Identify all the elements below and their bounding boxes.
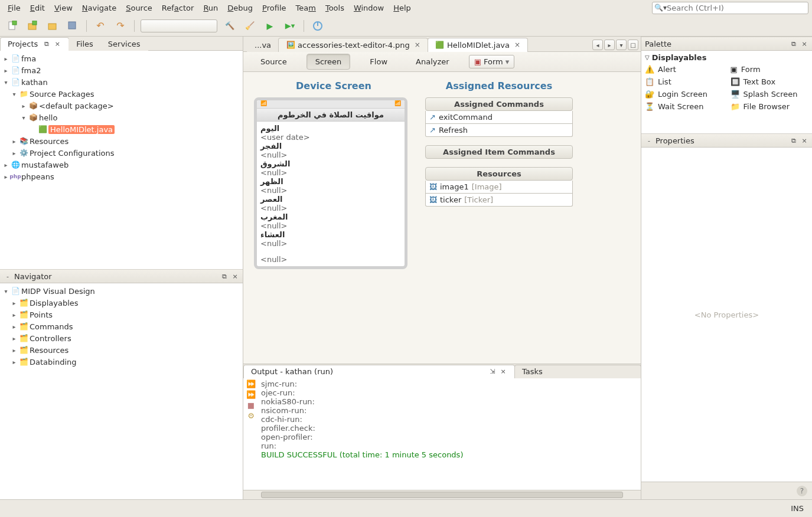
resource-item[interactable]: 🖼image1 [Image] [425,181,573,194]
output-text[interactable]: sjmc-run: ojec-run: nokiaS80-run: nsicom… [259,378,641,490]
resources-node[interactable]: Resources [30,137,69,146]
nav-item[interactable]: Points [30,310,53,319]
palette-item-splash[interactable]: 🖥️Splash Screen [727,88,813,100]
tasks-tab[interactable]: Tasks [514,365,641,378]
palette-item-alert[interactable]: ⚠️Alert [641,63,727,76]
redo-button[interactable]: ↷ [113,18,128,34]
profile-button[interactable] [310,18,325,34]
close-icon[interactable]: × [231,272,239,280]
tab-services[interactable]: Services [100,37,148,51]
new-project-button[interactable] [25,18,40,34]
view-source[interactable]: Source [252,54,296,70]
tab-scroll-right[interactable]: ▸ [604,40,615,50]
command-item[interactable]: ↗Refresh [425,124,573,137]
pin-icon[interactable]: ⧉ [220,272,229,280]
menu-refactor[interactable]: Refactor [158,2,198,14]
palette-item-textbox[interactable]: 🔲Text Box [727,76,813,88]
menu-file[interactable]: File [4,2,25,14]
form-value[interactable]: <null> [260,168,401,177]
close-tab-icon[interactable]: × [415,41,420,49]
nav-root[interactable]: MIDP Visual Design [21,287,95,296]
nav-item[interactable]: Displayables [30,299,79,307]
tab-scroll-left[interactable]: ◂ [592,40,603,50]
palette-category[interactable]: ▽Displayables [641,52,812,63]
view-screen[interactable]: Screen [306,54,351,70]
help-icon[interactable]: ? [797,486,807,496]
palette-item-list[interactable]: 📋List [641,76,727,88]
device-preview[interactable]: 📶📶 مواقيت الصلاة في الخرطوم اليوم <user … [254,97,407,269]
nav-item[interactable]: Resources [30,346,69,355]
form-label[interactable]: المغرب [260,212,401,221]
save-all-button[interactable] [65,18,80,34]
form-label[interactable]: اليوم [260,124,401,133]
view-analyzer[interactable]: Analyzer [407,54,458,70]
editor-tab[interactable]: 🖼️accessories-text-editor-4.png× [278,38,428,52]
minimize-icon[interactable]: - [4,272,12,280]
menu-run[interactable]: Run [199,2,222,14]
package-node[interactable]: <default package> [39,102,114,110]
build-button[interactable]: 🔨 [222,18,237,34]
form-title[interactable]: مواقيت الصلاة في الخرطوم [257,109,405,122]
output-tab[interactable]: Output - kathan (run)⇲× [243,365,515,378]
run-marker-icon[interactable]: ⏩ [246,379,256,388]
src-node[interactable]: Source Packages [30,90,94,99]
menu-profile[interactable]: Profile [258,2,290,14]
close-tab-icon[interactable]: × [514,41,520,49]
menu-team[interactable]: Team [292,2,320,14]
form-label[interactable]: الفجر [260,142,401,150]
nav-item[interactable]: Controllers [30,334,71,343]
form-label[interactable]: الظهر [260,177,401,186]
debug-button[interactable]: ▶▾ [282,18,298,34]
form-value[interactable]: <null> [260,255,401,264]
open-project-button[interactable] [45,18,60,34]
editor-tab[interactable]: ...va [247,38,279,52]
projects-tree[interactable]: ▸📄fma ▸📄fma2 ▾📄kathan ▾📁Source Packages … [0,51,243,269]
project-node[interactable]: fma2 [21,66,41,75]
project-node[interactable]: phpeans [21,172,54,181]
menu-view[interactable]: View [50,2,77,14]
form-value[interactable]: <user date> [260,133,401,142]
close-icon[interactable]: × [800,40,808,48]
pin-icon[interactable]: ⧉ [790,136,798,145]
close-icon[interactable]: × [499,368,507,376]
view-flow[interactable]: Flow [361,54,396,70]
form-value[interactable]: <null> [260,150,401,159]
form-value[interactable]: <null> [260,239,401,248]
search-input[interactable] [667,4,806,12]
pin-icon[interactable]: ⇲ [488,368,497,376]
project-node[interactable]: mustafaweb [21,161,69,169]
command-item[interactable]: ↗exitCommand [425,111,573,124]
menu-window[interactable]: Window [350,2,388,14]
menu-debug[interactable]: Debug [223,2,257,14]
menu-tools[interactable]: Tools [321,2,348,14]
menu-help[interactable]: Help [389,2,415,14]
file-node-selected[interactable]: HelloMIDlet.java [48,125,115,134]
package-node[interactable]: hello [39,113,57,122]
form-label[interactable]: العشاء [260,230,401,239]
menu-edit[interactable]: Edit [26,2,49,14]
menu-source[interactable]: Source [122,2,156,14]
form-value[interactable]: <null> [260,221,401,230]
clean-build-button[interactable]: 🧹 [242,18,257,34]
nav-item[interactable]: Commands [30,322,73,331]
menu-navigate[interactable]: Navigate [78,2,120,14]
pin-icon[interactable]: ⧉ [43,40,51,48]
palette-item-form[interactable]: ▣Form [727,63,813,76]
pin-icon[interactable]: ⧉ [790,40,798,48]
tab-dropdown[interactable]: ▾ [616,40,627,50]
maximize-editor[interactable]: □ [628,40,638,50]
navigator-tree[interactable]: ▾📄MIDP Visual Design ▸🗂️Displayables ▸🗂️… [0,283,243,499]
tab-files[interactable]: Files [69,37,101,51]
palette-item-filebrowser[interactable]: 📁File Browser [727,100,813,113]
resource-item[interactable]: 🖼ticker [Ticker] [425,194,573,207]
close-icon[interactable]: × [800,136,808,145]
global-search[interactable]: 🔍▾ [652,2,808,14]
palette-item-login[interactable]: 🔐Login Screen [641,88,727,100]
tab-projects[interactable]: Projects⧉× [0,37,69,51]
form-selector[interactable]: ▣Form▾ [469,55,515,68]
run-button[interactable]: ▶ [262,18,278,34]
project-node[interactable]: kathan [21,78,48,87]
form-label[interactable]: العصر [260,195,401,204]
form-value[interactable]: <null> [260,186,401,195]
undo-button[interactable]: ↶ [93,18,108,34]
